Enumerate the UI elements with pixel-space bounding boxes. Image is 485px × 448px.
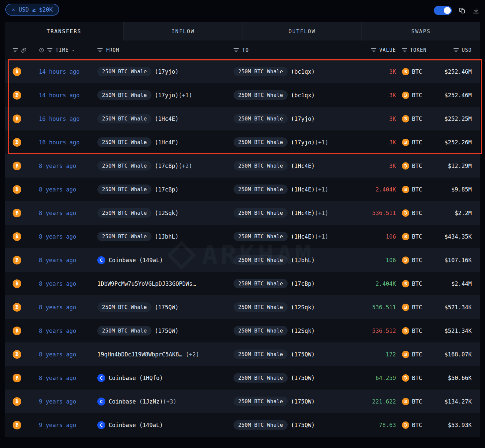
entity-address[interactable]: (1JzNz): [139, 398, 163, 405]
row-time[interactable]: 14 hours ago: [39, 68, 80, 75]
column-value[interactable]: VALUE: [379, 47, 396, 53]
raw-address[interactable]: 1DbW9PcMw7u5YoVGLpDJ33GQPDWs…: [97, 280, 196, 287]
entity-address[interactable]: (149aL): [139, 257, 163, 263]
usd-toggle[interactable]: [434, 6, 452, 15]
entity-address[interactable]: (149aL): [139, 422, 163, 428]
entity-address[interactable]: (1JbhL): [155, 233, 179, 240]
entity-name[interactable]: Coinbase: [109, 375, 136, 381]
entity-address[interactable]: (1JbhL): [291, 257, 315, 263]
entity-address[interactable]: (17cBp): [155, 163, 179, 169]
column-to[interactable]: TO: [242, 47, 249, 53]
table-row[interactable]: ₿ 9 years ago CCoinbase(1JzNz)(+3) 250M …: [5, 390, 480, 413]
entity-pill[interactable]: 250M BTC Whale: [234, 255, 288, 265]
row-time[interactable]: 8 years ago: [39, 280, 76, 287]
table-row[interactable]: ₿ 8 years ago 250M BTC Whale(17cBp)(+2) …: [5, 154, 480, 178]
entity-address[interactable]: (bc1qx): [291, 68, 315, 75]
table-row[interactable]: ₿ 8 years ago 19qHn4bDDcJ19W8WbprC5AK8…(…: [5, 342, 480, 366]
entity-address[interactable]: (17yjo): [291, 115, 315, 122]
table-row[interactable]: ₿ 16 hours ago 250M BTC Whale(1Hc4E) 250…: [5, 130, 480, 154]
table-row[interactable]: ₿ 8 years ago 250M BTC Whale(12Sqk) 250M…: [5, 201, 480, 225]
entity-name[interactable]: Coinbase: [109, 422, 136, 428]
entity-pill[interactable]: 250M BTC Whale: [234, 397, 288, 406]
table-row[interactable]: ₿ 8 years ago 250M BTC Whale(17cBp) 250M…: [5, 178, 480, 201]
entity-pill[interactable]: 250M BTC Whale: [234, 90, 288, 100]
table-row[interactable]: ₿ 8 years ago 250M BTC Whale(175QW) 250M…: [5, 319, 480, 342]
entity-pill[interactable]: 250M BTC Whale: [234, 114, 288, 123]
tab-inflow[interactable]: INFLOW: [123, 22, 242, 40]
column-from[interactable]: FROM: [106, 47, 119, 53]
entity-address[interactable]: (17yjo): [155, 92, 179, 99]
table-row[interactable]: ₿ 8 years ago CCoinbase(149aL) 250M BTC …: [5, 248, 480, 272]
entity-address[interactable]: (175QW): [291, 351, 315, 358]
entity-pill[interactable]: 250M BTC Whale: [234, 373, 288, 383]
column-usd[interactable]: USD: [462, 47, 472, 53]
row-time[interactable]: 8 years ago: [39, 304, 76, 311]
entity-pill[interactable]: 250M BTC Whale: [234, 232, 288, 241]
column-token[interactable]: TOKEN: [410, 47, 427, 53]
close-icon[interactable]: ✕: [12, 7, 15, 13]
entity-pill[interactable]: 250M BTC Whale: [97, 232, 151, 241]
chevron-down-icon[interactable]: ▾: [72, 48, 75, 53]
entity-pill[interactable]: 250M BTC Whale: [234, 349, 288, 359]
entity-address[interactable]: (17cBp): [155, 186, 179, 193]
entity-address[interactable]: (17yjo): [291, 139, 315, 146]
row-time[interactable]: 8 years ago: [39, 375, 76, 381]
row-time[interactable]: 9 years ago: [39, 422, 76, 428]
link-icon[interactable]: [21, 47, 27, 53]
entity-pill[interactable]: 250M BTC Whale: [234, 326, 288, 336]
entity-pill[interactable]: 250M BTC Whale: [234, 208, 288, 218]
table-row[interactable]: ₿ 9 years ago CCoinbase(149aL) 250M BTC …: [5, 413, 480, 437]
row-time[interactable]: 16 hours ago: [39, 115, 80, 122]
entity-pill[interactable]: 250M BTC Whale: [234, 67, 288, 76]
entity-address[interactable]: (1Hc4E): [155, 139, 179, 146]
entity-address[interactable]: (12Sqk): [155, 210, 179, 216]
entity-pill[interactable]: 250M BTC Whale: [234, 137, 288, 147]
row-time[interactable]: 8 years ago: [39, 163, 76, 169]
table-row[interactable]: ₿ 14 hours ago 250M BTC Whale(17yjo) 250…: [5, 60, 480, 83]
entity-pill[interactable]: 250M BTC Whale: [97, 114, 151, 123]
row-time[interactable]: 16 hours ago: [39, 139, 80, 146]
filter-icon[interactable]: [13, 48, 18, 52]
row-time[interactable]: 8 years ago: [39, 233, 76, 240]
entity-address[interactable]: (1Hc4E): [291, 186, 315, 193]
entity-pill[interactable]: 250M BTC Whale: [234, 420, 288, 430]
row-time[interactable]: 8 years ago: [39, 186, 76, 193]
filter-icon[interactable]: [453, 48, 459, 52]
row-time[interactable]: 8 years ago: [39, 210, 76, 216]
table-row[interactable]: ₿ 8 years ago 250M BTC Whale(175QW) 250M…: [5, 295, 480, 319]
filter-icon[interactable]: [97, 48, 103, 52]
entity-pill[interactable]: 250M BTC Whale: [97, 161, 151, 171]
entity-address[interactable]: (175QW): [155, 304, 179, 311]
entity-address[interactable]: (bc1qx): [291, 92, 315, 99]
filter-icon[interactable]: [402, 48, 407, 52]
table-row[interactable]: ₿ 8 years ago 250M BTC Whale(1JbhL) 250M…: [5, 225, 480, 248]
entity-address[interactable]: (175QW): [155, 328, 179, 334]
entity-address[interactable]: (12Sqk): [291, 304, 315, 311]
entity-pill[interactable]: 250M BTC Whale: [97, 90, 151, 100]
entity-address[interactable]: (12Sqk): [291, 328, 315, 334]
usd-filter-chip[interactable]: ✕ USD ≥ $20K: [5, 4, 59, 16]
column-time[interactable]: TIME: [55, 47, 69, 53]
entity-name[interactable]: Coinbase: [109, 257, 136, 263]
entity-pill[interactable]: 250M BTC Whale: [234, 185, 288, 194]
entity-pill[interactable]: 250M BTC Whale: [97, 208, 151, 218]
entity-pill[interactable]: 250M BTC Whale: [97, 302, 151, 312]
download-icon[interactable]: [472, 7, 480, 14]
filter-icon[interactable]: [371, 48, 376, 52]
raw-address[interactable]: 19qHn4bDDcJ19W8WbprC5AK8…: [97, 351, 182, 358]
entity-address[interactable]: (175QW): [291, 375, 315, 381]
entity-name[interactable]: Coinbase: [109, 398, 136, 405]
entity-address[interactable]: (17cBp): [291, 280, 315, 287]
entity-address[interactable]: (175QW): [291, 398, 315, 405]
entity-address[interactable]: (1Hc4E): [291, 163, 315, 169]
entity-pill[interactable]: 250M BTC Whale: [234, 279, 288, 288]
entity-pill[interactable]: 250M BTC Whale: [97, 137, 151, 147]
tab-swaps[interactable]: SWAPS: [361, 22, 480, 40]
entity-address[interactable]: (1Hc4E): [291, 233, 315, 240]
entity-pill[interactable]: 250M BTC Whale: [97, 67, 151, 76]
copy-icon[interactable]: [458, 7, 466, 14]
entity-address[interactable]: (1Hc4E): [291, 210, 315, 216]
table-row[interactable]: ₿ 8 years ago 1DbW9PcMw7u5YoVGLpDJ33GQPD…: [5, 272, 480, 295]
row-time[interactable]: 9 years ago: [39, 398, 76, 405]
filter-icon[interactable]: [234, 48, 239, 52]
